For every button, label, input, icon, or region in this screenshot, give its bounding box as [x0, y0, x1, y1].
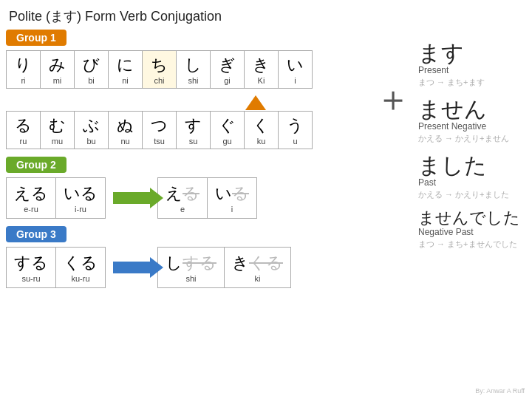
conj-kana-past: ました [418, 153, 520, 177]
group3-arrow [113, 262, 150, 273]
list-item: うu [279, 112, 313, 149]
strikethrough-text: る [183, 184, 200, 202]
list-item: える e [158, 178, 208, 219]
group2-output-grid: える e いる i [157, 177, 257, 219]
conj-label-past: Past [418, 177, 520, 188]
list-item: るru [7, 112, 41, 149]
conjugation-past: ました Past かえる → かえり+ました [418, 153, 520, 200]
group3-section: Group 3 するsu-ru くるku-ru しする shi [6, 226, 346, 288]
group3-output-grid: しする shi きくる ki [157, 247, 291, 288]
conj-kana-neg-past: ませんでした [418, 209, 520, 227]
group1-row1: りri みmi びbi にni ちchi しshi ぎgi きKi いi [6, 50, 313, 89]
list-item: くku [245, 112, 279, 149]
strikethrough-text: くる [249, 253, 283, 272]
list-item: しshi [177, 51, 211, 89]
strikethrough-text: る [232, 184, 249, 202]
table-row: するsu-ru くるku-ru [7, 248, 106, 288]
conj-label-present: Present [418, 65, 520, 75]
conj-label-present-neg: Present Negative [418, 121, 520, 132]
list-item: いるi-ru [56, 178, 106, 219]
conjugation-present: ます Present まつ → まち+ます [418, 41, 520, 88]
group3-row: するsu-ru くるku-ru しする shi きくる [6, 247, 346, 288]
right-panel: ＋ ます Present まつ → まち+ます ません Present Nega… [353, 30, 526, 296]
right-arrow-blue-icon [113, 262, 150, 273]
group2-section: Group 2 えるe-ru いるi-ru える e [6, 157, 346, 219]
list-item: にni [109, 51, 143, 89]
conj-example-past: かえる → かえり+ました [418, 189, 520, 200]
conj-example-neg-past: まつ → まち+ませんでした [418, 239, 520, 250]
group1-section: Group 1 りri みmi びbi にni ちchi しshi ぎgi きK… [6, 30, 346, 149]
list-item: つtsu [143, 112, 177, 149]
group2-row: えるe-ru いるi-ru える e いる [6, 177, 346, 219]
table-row: るru むmu ぶbu ぬnu つtsu すsu ぐgu くku うu [7, 112, 313, 149]
list-item: すsu [177, 112, 211, 149]
group3-input-grid: するsu-ru くるku-ru [6, 247, 106, 288]
list-item: くるku-ru [56, 248, 106, 288]
list-item: きくる ki [225, 248, 291, 288]
list-item: ぎgi [211, 51, 245, 89]
conj-label-neg-past: Negative Past [418, 227, 520, 237]
arrow-container [6, 95, 346, 110]
conjugation-neg-past: ませんでした Negative Past まつ → まち+ませんでした [418, 209, 520, 250]
conj-kana-present: ます [418, 41, 520, 65]
group1-label: Group 1 [6, 30, 66, 46]
list-item: するsu-ru [7, 248, 56, 288]
group1-row2: るru むmu ぶbu ぬnu つtsu すsu ぐgu くku うu [6, 111, 313, 149]
right-arrow-icon [113, 192, 150, 204]
group1-arrow [6, 95, 346, 111]
conj-example-present: まつ → まち+ます [418, 77, 520, 88]
list-item-highlight: ちchi [143, 51, 177, 89]
list-item: ぐgu [211, 112, 245, 149]
list-item: ぶbu [75, 112, 109, 149]
list-item: いi [279, 51, 313, 89]
group2-input-grid: えるe-ru いるi-ru [6, 177, 106, 219]
list-item: びbi [75, 51, 109, 89]
conjugation-present-neg: ません Present Negative かえる → かえり+ません [418, 97, 520, 144]
table-row: しする shi きくる ki [158, 248, 291, 288]
group3-label: Group 3 [6, 226, 66, 242]
table-row: えるe-ru いるi-ru [7, 178, 106, 219]
list-item: いる i [208, 178, 257, 219]
group1-rows: りri みmi びbi にni ちchi しshi ぎgi きKi いi [6, 50, 346, 149]
page-title: Polite (ます) Form Verb Conjugation [0, 0, 532, 30]
list-item: しする shi [158, 248, 225, 288]
left-panel: Group 1 りri みmi びbi にni ちchi しshi ぎgi きK… [6, 30, 353, 296]
up-arrow-icon [245, 95, 266, 110]
table-row: える e いる i [158, 178, 257, 219]
list-item: ぬnu [109, 112, 143, 149]
table-row: りri みmi びbi にni ちchi しshi ぎgi きKi いi [7, 51, 313, 89]
list-item: むmu [41, 112, 75, 149]
plus-sign: ＋ [375, 81, 411, 296]
list-item: りri [7, 51, 41, 89]
list-item: みmi [41, 51, 75, 89]
conj-kana-present-neg: ません [418, 97, 520, 121]
list-item: きKi [245, 51, 279, 89]
conj-example-present-neg: かえる → かえり+ません [418, 133, 520, 144]
strikethrough-text: する [183, 253, 216, 272]
attribution: By: Anwar A Ruff [475, 387, 525, 395]
group2-label: Group 2 [6, 157, 66, 173]
group2-arrow [113, 192, 150, 204]
conjugation-list: ます Present まつ → まち+ます ません Present Negati… [418, 41, 520, 296]
list-item: えるe-ru [7, 178, 56, 219]
